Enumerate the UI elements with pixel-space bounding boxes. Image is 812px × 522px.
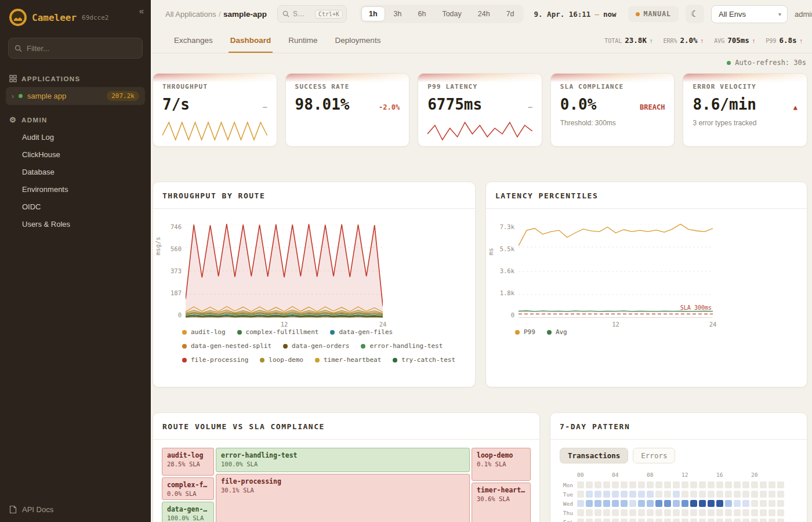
- sidebar-header: Cameleer 69dcce2: [0, 0, 151, 33]
- heatmap-cell: [760, 500, 767, 507]
- time-range-1h[interactable]: 1h: [361, 6, 385, 21]
- heatmap-cell: [734, 519, 741, 522]
- kpi-row: THROUGHPUT7/s–SUCCESS RATE98.01%-2.0%P99…: [153, 73, 807, 147]
- panel-title: THROUGHPUT BY ROUTE: [162, 191, 265, 200]
- tab-exchanges[interactable]: Exchanges: [165, 28, 222, 52]
- legend-dot: [393, 358, 397, 362]
- heatmap-cell: [673, 519, 680, 522]
- app-version: 69dcce2: [82, 14, 108, 21]
- legend-p99[interactable]: P99: [515, 328, 535, 336]
- heatmap-cell: [629, 491, 636, 498]
- legend-data-gen-files[interactable]: data-gen-files: [330, 328, 393, 336]
- sidebar-item-users-roles[interactable]: Users & Roles: [0, 216, 151, 233]
- env-select-value: All Envs: [719, 10, 746, 19]
- time-range-today[interactable]: Today: [434, 6, 469, 21]
- tile-name: timer-heartbeat: [477, 486, 525, 494]
- pattern-toggle-group: TransactionsErrors: [550, 440, 807, 470]
- treemap-tile-timer-heartbeat[interactable]: timer-heartbeat30.6% SLA: [472, 483, 531, 522]
- env-select[interactable]: All Envs ▾: [711, 5, 788, 23]
- legend-complex-fulfillment[interactable]: complex-fulfillment: [237, 328, 319, 336]
- treemap-tile-complex-fulfillment[interactable]: complex-fulfillment0.0% SLA: [162, 477, 214, 500]
- heatmap-cell: [664, 491, 671, 498]
- kpi-body: THROUGHPUT7/s–: [153, 82, 277, 113]
- treemap-tile-audit-log[interactable]: audit-log28.5% SLA: [162, 448, 214, 476]
- legend-audit-log[interactable]: audit-log: [182, 328, 226, 336]
- sidebar: Cameleer 69dcce2 « APPLICATIONS › sample…: [0, 0, 151, 522]
- treemap-tile-error-handling-test[interactable]: error-handling-test100.0% SLA: [216, 448, 470, 472]
- stat-total: TOTAL23.8K↑: [604, 36, 652, 45]
- auto-refresh-indicator: Auto-refresh: 30s: [153, 53, 807, 73]
- kpi-gradient-bar: [551, 74, 675, 82]
- heatmap-row-thu: Thu: [560, 508, 798, 517]
- breadcrumb-root[interactable]: All Applications: [165, 10, 216, 19]
- admin-nav: Audit LogClickHouseDatabaseEnvironmentsO…: [0, 129, 151, 233]
- heatmap-cell: [716, 491, 723, 498]
- date-range-separator: —: [594, 10, 599, 19]
- legend-timer-heartbeat[interactable]: timer-heartbeat: [315, 356, 381, 364]
- kpi-body: P99 LATENCY6775ms–: [418, 82, 542, 113]
- legend-dot: [330, 330, 335, 335]
- tile-sla: 100.0% SLA: [221, 461, 465, 467]
- treemap-tile-file-processing[interactable]: file-processing30.1% SLA: [216, 474, 470, 522]
- y-tick-label: 746: [171, 224, 182, 230]
- user-menu[interactable]: admin: [795, 10, 812, 19]
- sidebar-collapse-icon[interactable]: «: [139, 6, 144, 16]
- dark-mode-toggle[interactable]: ☾: [686, 5, 704, 23]
- tab-deployments[interactable]: Deployments: [327, 28, 390, 52]
- sidebar-filter[interactable]: [8, 38, 143, 59]
- heatmap-cell: [577, 481, 584, 488]
- sidebar-item-oidc[interactable]: OIDC: [0, 198, 151, 215]
- time-range-24h[interactable]: 24h: [470, 6, 498, 21]
- y-tick-label: 3.6k: [500, 268, 514, 274]
- sidebar-item-environments[interactable]: Environments: [0, 181, 151, 198]
- legend-error-handling-test[interactable]: error-handling-test: [361, 342, 443, 350]
- y-tick-label: 0: [178, 312, 182, 318]
- heatmap-cell: [673, 491, 680, 498]
- legend-data-gen-nested-split[interactable]: data-gen-nested-split: [182, 342, 271, 350]
- legend-file-processing[interactable]: file-processing: [182, 356, 248, 364]
- treemap-tile-loop-demo[interactable]: loop-demo0.1% SLA: [472, 448, 531, 481]
- legend-try-catch-test[interactable]: try-catch-test: [393, 356, 455, 364]
- arrow-up-icon: ↑: [800, 37, 803, 44]
- legend-dot: [315, 358, 320, 362]
- heatmap-cell: [594, 491, 601, 498]
- tile-sla: 28.5% SLA: [167, 461, 209, 467]
- hour-label: 20: [751, 472, 757, 478]
- heatmap-row-tue: Tue: [560, 490, 798, 499]
- sidebar-item-audit-log[interactable]: Audit Log: [0, 129, 151, 146]
- date-range-picker[interactable]: 9. Apr. 16:11 — now: [534, 10, 617, 19]
- sample-app-count-badge: 207.2k: [107, 91, 139, 101]
- sidebar-item-clickhouse[interactable]: ClickHouse: [0, 146, 151, 163]
- toggle-transactions[interactable]: Transactions: [560, 448, 628, 463]
- kpi-title: THROUGHPUT: [162, 83, 267, 90]
- manual-refresh-button[interactable]: MANUAL: [628, 6, 679, 22]
- heatmap-cell: [699, 481, 706, 488]
- legend-loop-demo[interactable]: loop-demo: [260, 356, 303, 364]
- kpi-delta: –: [263, 103, 267, 111]
- heatmap-cell: [716, 481, 723, 488]
- tab-runtime[interactable]: Runtime: [280, 28, 326, 52]
- kpi-sparkline: [427, 121, 532, 141]
- kpi-card-throughput: THROUGHPUT7/s–: [153, 73, 277, 147]
- kpi-value: 7/s: [162, 96, 190, 113]
- time-range-3h[interactable]: 3h: [386, 6, 409, 21]
- time-range-6h[interactable]: 6h: [411, 6, 434, 21]
- sidebar-item-database[interactable]: Database: [0, 164, 151, 180]
- time-range-7d[interactable]: 7d: [499, 6, 522, 21]
- legend-label: loop-demo: [269, 356, 303, 364]
- kpi-value: 8.6/min: [693, 96, 756, 113]
- heatmap-cell: [699, 500, 706, 507]
- toggle-errors[interactable]: Errors: [633, 448, 675, 463]
- legend-dot: [283, 344, 288, 349]
- sidebar-item-sample-app[interactable]: › sample app 207.2k: [6, 87, 145, 105]
- tile-sla: 100.0% SLA: [167, 514, 209, 521]
- global-search[interactable]: S… Ctrl+K: [277, 5, 347, 23]
- api-docs-link[interactable]: API Docs: [9, 505, 53, 514]
- tab-dashboard[interactable]: Dashboard: [222, 28, 280, 52]
- treemap-tile-data-gen-files[interactable]: data-gen-files100.0% SLA: [162, 502, 214, 522]
- legend-avg[interactable]: Avg: [547, 328, 567, 336]
- filter-input[interactable]: [27, 44, 136, 53]
- legend-data-gen-orders[interactable]: data-gen-orders: [283, 342, 349, 350]
- stat-p99: P996.8s↑: [766, 36, 803, 45]
- day-label: Wed: [560, 501, 577, 507]
